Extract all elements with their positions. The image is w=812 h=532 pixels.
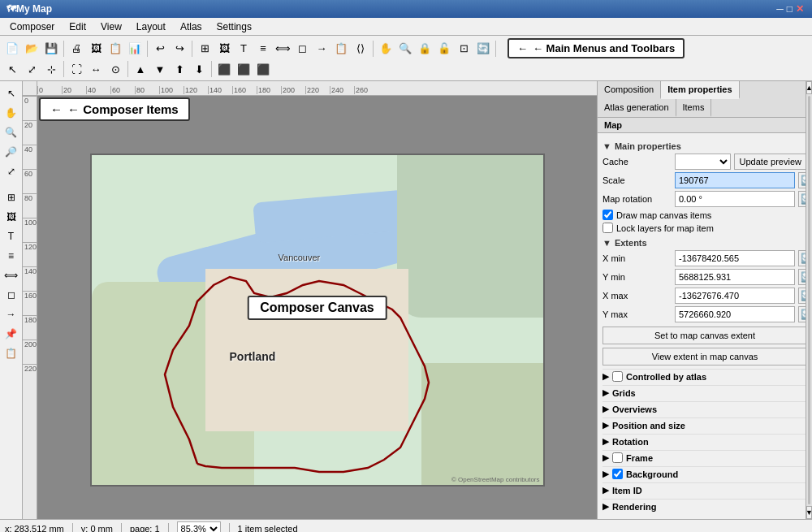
collapsible-controlled-by-atlas[interactable]: ▶ Controlled by atlas bbox=[603, 369, 807, 383]
scale-input[interactable] bbox=[675, 172, 795, 188]
tb-sep-2 bbox=[147, 41, 148, 57]
tb-redo[interactable]: ↪ bbox=[171, 40, 188, 58]
collapsible-position-size[interactable]: ▶ Position and size bbox=[603, 417, 807, 432]
window-maximize[interactable]: □ bbox=[787, 3, 793, 15]
window-minimize[interactable]: ─ bbox=[776, 3, 784, 15]
set-to-map-canvas-btn[interactable]: Set to map canvas extent bbox=[603, 327, 807, 344]
lt-add-scalebar[interactable]: ⟺ bbox=[2, 266, 20, 284]
lt-pin[interactable]: 📌 bbox=[2, 325, 20, 343]
collapsible-grids[interactable]: ▶ Grids bbox=[603, 385, 807, 400]
tb-move-item[interactable]: ⤢ bbox=[23, 60, 41, 78]
menu-settings[interactable]: Settings bbox=[210, 19, 258, 34]
tab-atlas-generation[interactable]: Atlas generation bbox=[598, 99, 676, 117]
tb-zoom-in[interactable]: 🔍 bbox=[396, 40, 414, 58]
tb-pan[interactable]: ✋ bbox=[377, 40, 395, 58]
tb-align-center[interactable]: ⬛ bbox=[254, 60, 272, 78]
tb-add-legend[interactable]: ≡ bbox=[254, 40, 272, 58]
tb-move-content[interactable]: ⊹ bbox=[42, 60, 60, 78]
cache-select[interactable] bbox=[675, 154, 731, 170]
tb-refresh[interactable]: 🔄 bbox=[474, 40, 492, 58]
tb-open[interactable]: 📂 bbox=[23, 40, 41, 58]
lock-layers-checkbox[interactable] bbox=[603, 223, 613, 233]
tb-zoom-full[interactable]: ⛶ bbox=[67, 60, 85, 78]
tb-add-label[interactable]: T bbox=[235, 40, 253, 58]
menu-edit[interactable]: Edit bbox=[63, 19, 93, 34]
tb-select[interactable]: ↖ bbox=[3, 60, 21, 78]
tb-raise[interactable]: ▲ bbox=[132, 60, 149, 78]
collapsible-background[interactable]: ▶ Background bbox=[603, 466, 807, 481]
tb-save[interactable]: 💾 bbox=[42, 40, 60, 58]
tb-lower[interactable]: ▼ bbox=[151, 60, 169, 78]
scroll-down-btn[interactable]: ▼ bbox=[806, 506, 812, 519]
tb-top[interactable]: ⬆ bbox=[171, 60, 188, 78]
lt-select[interactable]: ↖ bbox=[2, 84, 20, 102]
draw-map-canvas-checkbox[interactable] bbox=[603, 210, 613, 220]
tb-export-pdf[interactable]: 📋 bbox=[106, 40, 124, 58]
lt-table[interactable]: 📋 bbox=[2, 344, 20, 362]
tb-add-shape[interactable]: ◻ bbox=[293, 40, 311, 58]
scroll-up-btn[interactable]: ▲ bbox=[806, 81, 812, 94]
controlled-by-atlas-checkbox[interactable] bbox=[612, 371, 623, 382]
tb-add-img[interactable]: 🖼 bbox=[215, 40, 233, 58]
map-inner[interactable]: Portland Vancouver © OpenStreetMap contr… bbox=[90, 154, 545, 487]
tb-lock[interactable]: 🔒 bbox=[416, 40, 434, 58]
map-canvas[interactable]: Portland Vancouver © OpenStreetMap contr… bbox=[37, 96, 597, 519]
collapsible-frame[interactable]: ▶ Frame bbox=[603, 450, 807, 465]
lt-add-label[interactable]: T bbox=[2, 227, 20, 245]
tb-add-map[interactable]: ⊞ bbox=[196, 40, 214, 58]
map-label-tab[interactable]: Map bbox=[598, 118, 812, 133]
lt-pan[interactable]: ✋ bbox=[2, 104, 20, 122]
tb-export-img[interactable]: 🖼 bbox=[87, 40, 105, 58]
lt-add-map[interactable]: ⊞ bbox=[2, 188, 20, 206]
tb-zoom-width[interactable]: ↔ bbox=[87, 60, 105, 78]
tb-zoom-sel[interactable]: ⊙ bbox=[106, 60, 124, 78]
tb-group[interactable]: ⊡ bbox=[455, 40, 473, 58]
tab-item-properties[interactable]: Item properties bbox=[661, 81, 739, 99]
lt-zoom-in[interactable]: 🔍 bbox=[2, 123, 20, 141]
ymax-input[interactable] bbox=[675, 306, 795, 322]
section-extents[interactable]: ▼ Extents bbox=[603, 238, 807, 248]
map-rotation-input[interactable] bbox=[675, 191, 795, 207]
ymin-input[interactable] bbox=[675, 269, 795, 285]
tb-undo[interactable]: ↩ bbox=[151, 40, 169, 58]
menu-layout[interactable]: Layout bbox=[130, 19, 172, 34]
tab-composition[interactable]: Composition bbox=[598, 81, 661, 99]
tb-align-right[interactable]: ⬛ bbox=[235, 60, 253, 78]
background-checkbox[interactable] bbox=[612, 469, 623, 479]
menu-composer[interactable]: Composer bbox=[3, 19, 61, 34]
tb-add-arrow[interactable]: → bbox=[313, 40, 330, 58]
view-extent-btn[interactable]: View extent in map canvas bbox=[603, 348, 807, 365]
tb-print[interactable]: 🖨 bbox=[67, 40, 85, 58]
tb-align-left[interactable]: ⬛ bbox=[215, 60, 233, 78]
collapsible-rendering[interactable]: ▶ Rendering bbox=[603, 499, 807, 513]
window-close[interactable]: ✕ bbox=[796, 3, 804, 15]
xmin-input[interactable] bbox=[675, 250, 795, 266]
tb-add-attr[interactable]: 📋 bbox=[332, 40, 350, 58]
tb-add-scalebar[interactable]: ⟺ bbox=[274, 40, 292, 58]
tb-unlock[interactable]: 🔓 bbox=[435, 40, 453, 58]
lt-zoom-out[interactable]: 🔎 bbox=[2, 143, 20, 161]
collapsible-overviews[interactable]: ▶ Overviews bbox=[603, 401, 807, 416]
section-main-properties[interactable]: ▼ Main properties bbox=[603, 141, 807, 151]
tb-bottom[interactable]: ⬇ bbox=[190, 60, 208, 78]
menu-atlas[interactable]: Atlas bbox=[174, 19, 209, 34]
tb-export-svg[interactable]: 📊 bbox=[126, 40, 144, 58]
lt-add-arrow[interactable]: → bbox=[2, 305, 20, 323]
tb-add-html[interactable]: ⟨⟩ bbox=[352, 40, 369, 58]
menu-view[interactable]: View bbox=[94, 19, 128, 34]
update-preview-btn[interactable]: Update preview bbox=[734, 154, 807, 170]
xmax-input[interactable] bbox=[675, 288, 795, 304]
collapsible-item-id[interactable]: ▶ Item ID bbox=[603, 482, 807, 497]
right-scrollbar[interactable]: ▲ ▼ bbox=[806, 81, 812, 519]
tab-items[interactable]: Items bbox=[676, 99, 712, 117]
frame-checkbox[interactable] bbox=[612, 452, 623, 463]
lt-add-legend[interactable]: ≡ bbox=[2, 247, 20, 265]
lt-add-img[interactable]: 🖼 bbox=[2, 208, 20, 226]
collapsible-rotation[interactable]: ▶ Rotation bbox=[603, 434, 807, 448]
lt-add-shape[interactable]: ◻ bbox=[2, 286, 20, 304]
zoom-select[interactable]: 85.3% 50% 75% 100% 150% bbox=[177, 521, 221, 533]
status-page: page: 1 bbox=[130, 524, 160, 533]
scroll-thumb[interactable] bbox=[808, 96, 810, 504]
lt-move[interactable]: ⤢ bbox=[2, 162, 20, 180]
tb-new[interactable]: 📄 bbox=[3, 40, 21, 58]
